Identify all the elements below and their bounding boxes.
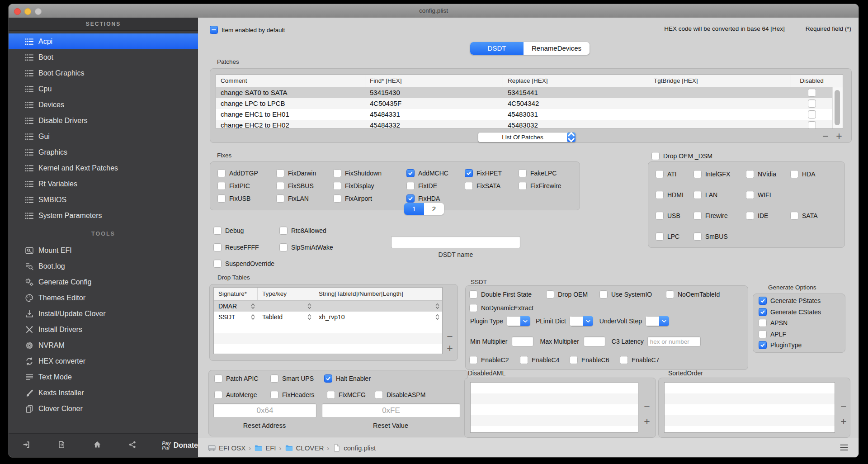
tab-dsdt[interactable]: DSDT — [470, 42, 524, 55]
table-row[interactable]: DMAR — [214, 301, 442, 312]
stepper-icon[interactable] — [307, 313, 312, 321]
fixdisplay-checkbox[interactable] — [333, 182, 341, 190]
sidebar-item-boot[interactable]: Boot — [9, 49, 198, 65]
generate-cstates-checkbox[interactable] — [759, 308, 767, 316]
smbus-checkbox[interactable] — [693, 232, 702, 241]
title-bar[interactable]: config.plist — [9, 4, 859, 18]
plimit-dict-dropdown[interactable] — [570, 316, 593, 326]
column-header-tgtbridge-hex[interactable]: TgtBridge [HEX] — [649, 75, 791, 87]
sidebar-tool-install-update-clover[interactable]: Install/Update Clover — [9, 306, 198, 322]
wifi-checkbox[interactable] — [746, 191, 754, 199]
enablec4-checkbox[interactable] — [520, 356, 528, 364]
suspendoverride-checkbox[interactable] — [213, 260, 222, 268]
table-row[interactable]: change EHC2 to EH024548433245483032 — [216, 120, 843, 129]
import-icon[interactable] — [22, 440, 30, 450]
debug-checkbox[interactable] — [213, 227, 222, 235]
sidebar-item-kernel-and-kext-patches[interactable]: Kernel and Kext Patches — [9, 160, 198, 176]
reset-address-input[interactable] — [213, 403, 316, 418]
fixhpet-checkbox[interactable] — [465, 169, 473, 177]
rtc8allowed-checkbox[interactable] — [279, 227, 288, 235]
fixsbus-checkbox[interactable] — [276, 182, 284, 190]
sidebar-tool-install-drivers[interactable]: Install Drivers — [9, 322, 198, 337]
sidebar-item-rt-variables[interactable]: Rt Variables — [9, 176, 198, 192]
sidebar-item-boot-graphics[interactable]: Boot Graphics — [9, 65, 198, 81]
sidebar-tool-hex-converter[interactable]: HEX converter — [9, 353, 198, 369]
patches-remove-button[interactable]: − — [820, 131, 831, 142]
use-systemio-checkbox[interactable] — [599, 290, 608, 298]
plugintype-checkbox[interactable] — [759, 341, 767, 349]
stepper-icon[interactable] — [435, 313, 440, 321]
lpc-checkbox[interactable] — [656, 232, 664, 241]
nooemtableid-checkbox[interactable] — [666, 290, 674, 298]
fixairport-checkbox[interactable] — [333, 194, 341, 203]
column-header-find-hex[interactable]: Find* [HEX] — [365, 75, 503, 87]
drop-tables-remove-button[interactable]: − — [444, 331, 456, 342]
slpsmiatwake-checkbox[interactable] — [279, 243, 288, 251]
fixfirewire-checkbox[interactable] — [519, 182, 527, 190]
disabled-checkbox[interactable] — [808, 89, 816, 97]
breadcrumb-item-clover[interactable]: CLOVER — [285, 444, 324, 452]
generate-pstates-checkbox[interactable] — [759, 297, 767, 305]
ide-checkbox[interactable] — [746, 212, 754, 220]
fixmcfg-checkbox[interactable] — [327, 391, 335, 399]
sidebar-item-cpu[interactable]: Cpu — [9, 81, 198, 97]
sidebar-item-gui[interactable]: Gui — [9, 128, 198, 144]
donate-button[interactable]: PayPal Donate — [162, 441, 198, 450]
table-row[interactable]: change EHC1 to EH014548433145483031 — [216, 109, 843, 120]
sorted-order-list[interactable] — [664, 382, 835, 433]
stepper-icon[interactable] — [250, 303, 255, 310]
disabled-aml-add-button[interactable]: + — [641, 417, 653, 427]
breadcrumb-item-config-plist[interactable]: config.plist — [332, 444, 376, 452]
sorted-order-add-button[interactable]: + — [838, 417, 849, 427]
enablec7-checkbox[interactable] — [620, 356, 628, 364]
column-header-comment[interactable]: Comment — [216, 75, 365, 87]
fixheaders-checkbox[interactable] — [270, 391, 278, 399]
patches-scrollbar[interactable] — [832, 87, 843, 128]
disabled-checkbox[interactable] — [808, 110, 816, 118]
disabled-aml-list[interactable] — [470, 382, 638, 433]
hda-checkbox[interactable] — [790, 170, 798, 178]
sidebar-item-devices[interactable]: Devices — [9, 97, 198, 113]
fixusb-checkbox[interactable] — [217, 194, 226, 203]
fixes-page-1[interactable]: 1 — [404, 203, 424, 215]
fakelpc-checkbox[interactable] — [519, 169, 527, 177]
tab-renamedevices[interactable]: RenameDevices — [524, 42, 590, 55]
fixes-page-2[interactable]: 2 — [424, 203, 444, 215]
c3-latency-input[interactable] — [647, 336, 701, 346]
sidebar-item-graphics[interactable]: Graphics — [9, 144, 198, 160]
sidebar-tool-text-mode[interactable]: Text Mode — [9, 369, 198, 385]
fixipic-checkbox[interactable] — [217, 182, 226, 190]
adddtgp-checkbox[interactable] — [217, 169, 226, 177]
sidebar-tool-nvram[interactable]: NVRAM — [9, 337, 198, 353]
usb-checkbox[interactable] — [656, 212, 664, 220]
smart-ups-checkbox[interactable] — [270, 374, 278, 383]
sidebar-item-disable-drivers[interactable]: Disable Drivers — [9, 113, 198, 128]
reset-value-input[interactable] — [322, 403, 460, 418]
plugin-type-dropdown[interactable] — [507, 316, 530, 326]
stepper-icon[interactable] — [435, 303, 440, 310]
disabled-aml-remove-button[interactable]: − — [641, 402, 653, 412]
table-row[interactable]: change LPC to LPCB4C50435F4C504342 — [216, 98, 843, 109]
drop-oem-checkbox[interactable] — [546, 290, 554, 298]
column-header-string-tableid-number-length[interactable]: String[TableId]/Number[Length] — [314, 288, 442, 300]
share-icon[interactable] — [128, 440, 137, 450]
fixsata-checkbox[interactable] — [465, 182, 473, 190]
fixshutdown-checkbox[interactable] — [333, 169, 341, 177]
aplf-checkbox[interactable] — [759, 330, 767, 338]
min-multiplier-input[interactable] — [512, 336, 533, 346]
reuseffff-checkbox[interactable] — [213, 243, 222, 251]
table-row[interactable] — [214, 322, 442, 333]
sidebar-item-smbios[interactable]: SMBIOS — [9, 192, 198, 208]
hamburger-menu-icon[interactable] — [840, 444, 849, 451]
fixlan-checkbox[interactable] — [276, 194, 284, 203]
breadcrumb-item-efi-osx[interactable]: EFI OSX — [208, 444, 245, 452]
sidebar-tool-generate-config[interactable]: Generate Config — [9, 274, 198, 290]
sorted-order-remove-button[interactable]: − — [838, 402, 849, 412]
table-row[interactable]: change SAT0 to SATA5341543053415441 — [216, 87, 843, 98]
stepper-icon[interactable] — [307, 303, 312, 310]
home-icon[interactable] — [93, 440, 101, 450]
sidebar-tool-mount-efi[interactable]: Mount EFI — [9, 242, 198, 258]
max-multiplier-input[interactable] — [584, 336, 605, 346]
fixide-checkbox[interactable] — [406, 182, 415, 190]
sidebar-item-system-parameters[interactable]: System Parameters — [9, 208, 198, 223]
